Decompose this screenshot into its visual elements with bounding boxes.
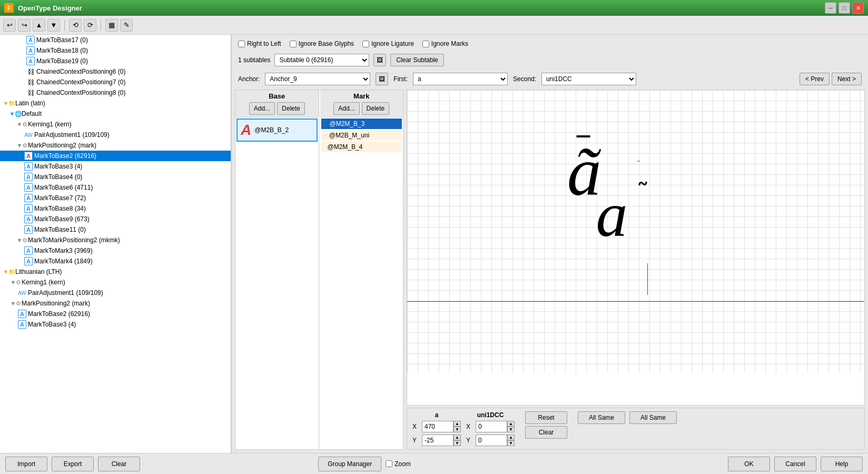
- close-button[interactable]: ✕: [852, 2, 864, 14]
- mark-y-up[interactable]: ▲: [507, 434, 515, 440]
- tree-item-marktobase4[interactable]: A MarkToBase4 (0): [0, 172, 231, 182]
- tree-item-lth-markpos2[interactable]: ▼⚙ MarkPositioning2 (mark): [0, 298, 231, 309]
- clear-subtable-button[interactable]: Clear Subtable: [390, 54, 443, 66]
- zoom-option[interactable]: Zoom: [386, 460, 411, 468]
- zoom-label: Zoom: [394, 460, 411, 468]
- base-y-down[interactable]: ▼: [453, 440, 461, 446]
- tree-item-markttomark3[interactable]: A MarkToMark3 (3969): [0, 245, 231, 256]
- tree-item-marktobase19[interactable]: A MarkToBase19 (0): [0, 56, 231, 66]
- mark-add-button[interactable]: Add...: [333, 102, 359, 115]
- right-to-left-checkbox[interactable]: [238, 41, 245, 47]
- right-to-left-option[interactable]: Right to Left: [238, 40, 281, 47]
- ignore-marks-option[interactable]: Ignore Marks: [422, 40, 468, 47]
- item-icon: A: [24, 257, 33, 265]
- tree-item-marktobase8[interactable]: A MarkToBase8 (34): [0, 203, 231, 214]
- up-button[interactable]: ▲: [33, 19, 45, 32]
- anchor-select[interactable]: Anchor_9: [265, 73, 370, 85]
- tree-item-marktobase7[interactable]: A MarkToBase7 (72): [0, 193, 231, 203]
- all-same-base-button[interactable]: All Same: [578, 411, 625, 424]
- tree-item-marktomarkpos2[interactable]: ▼⚙ MarkToMarkPositioning2 (mkmk): [0, 235, 231, 245]
- mark-y-input[interactable]: [476, 434, 507, 446]
- tree-item-chainedcontext6[interactable]: ⛓ ChainedContextPositioning6 (0): [0, 66, 231, 77]
- tree-item-lithuanian[interactable]: ▼📁 Lithuanian (LTH): [0, 266, 231, 277]
- help-button[interactable]: Help: [821, 457, 863, 471]
- tree-item-chainedcontext8[interactable]: ⛓ ChainedContextPositioning8 (0): [0, 87, 231, 98]
- mark-item-0[interactable]: ` @M2M_B_3: [321, 118, 402, 129]
- maximize-button[interactable]: □: [839, 2, 850, 14]
- icon-btn[interactable]: 🖼: [373, 54, 386, 66]
- base-x-input-wrap: ▲ ▼: [422, 421, 461, 432]
- mark-x-input[interactable]: [476, 421, 507, 432]
- folder-icon: ▼📁: [5, 268, 14, 276]
- ignore-marks-checkbox[interactable]: [422, 41, 429, 47]
- tree-item-marktobase18[interactable]: A MarkToBase18 (0): [0, 45, 231, 56]
- base-delete-button[interactable]: Delete: [277, 102, 305, 115]
- reset-button[interactable]: Reset: [525, 411, 567, 424]
- minimize-button[interactable]: ─: [825, 2, 836, 14]
- mark-x-down[interactable]: ▼: [507, 427, 515, 432]
- back-button[interactable]: ↩: [3, 19, 16, 32]
- subtable-select[interactable]: Subtable 0 (62916): [274, 54, 369, 66]
- all-same-mark-button[interactable]: All Same: [629, 411, 677, 424]
- group-manager-button[interactable]: Group Manager: [318, 457, 381, 471]
- tree-item-marktomark4[interactable]: A MarkToMark4 (1849): [0, 256, 231, 266]
- mark-item-2[interactable]: @M2M_B_4: [321, 142, 402, 152]
- prev-button[interactable]: < Prev: [800, 73, 830, 85]
- pencil-button[interactable]: ✎: [120, 19, 133, 32]
- base-x-input[interactable]: [422, 421, 453, 432]
- export-button[interactable]: Export: [52, 457, 94, 471]
- base-add-button[interactable]: Add...: [249, 102, 275, 115]
- mark-y-down[interactable]: ▼: [507, 440, 515, 446]
- tree-item-lth-kerning1[interactable]: ▼⚙ Kerning1 (kern): [0, 277, 231, 288]
- tree-item-label: ChainedContextPositioning7 (0): [36, 78, 125, 86]
- undo-button[interactable]: ⟲: [69, 19, 82, 32]
- chain-icon: ⛓: [26, 67, 35, 76]
- tree-item-marktobase17[interactable]: A MarkToBase17 (0): [0, 35, 231, 45]
- base-item[interactable]: A @M2B_B_2: [236, 118, 318, 142]
- tree-item-latin[interactable]: ▼📁 Latin (latn): [0, 98, 231, 108]
- tree-item-lth-marktobase2[interactable]: A MarkToBase2 (62916): [0, 309, 231, 319]
- tree-item-markpos2[interactable]: ▼⚙ MarkPositioning2 (mark): [0, 140, 231, 151]
- mark-delete-button[interactable]: Delete: [362, 102, 390, 115]
- base-x-down[interactable]: ▼: [453, 427, 461, 432]
- clear-button[interactable]: Clear: [525, 426, 567, 439]
- first-select[interactable]: a: [413, 73, 508, 85]
- second-select[interactable]: uni1DCC: [541, 73, 636, 85]
- tree-item-label: PairAdjustment1 (109/109): [34, 131, 110, 139]
- base-y-input[interactable]: [422, 434, 453, 446]
- tree-item-kerning1[interactable]: ▼⚙ Kerning1 (kern): [0, 119, 231, 130]
- cancel-button[interactable]: Cancel: [774, 457, 816, 471]
- down-button[interactable]: ▼: [47, 19, 60, 32]
- tree-item-marktobase9[interactable]: A MarkToBase9 (673): [0, 214, 231, 224]
- item-icon: A: [24, 194, 33, 202]
- item-icon: A: [24, 183, 33, 192]
- tree-item-marktobase6[interactable]: A MarkToBase6 (4711): [0, 182, 231, 193]
- mark-item-1[interactable]: · @M2B_M_uni: [321, 130, 402, 141]
- zoom-checkbox[interactable]: [386, 460, 392, 467]
- base-y-up[interactable]: ▲: [453, 434, 461, 440]
- grid-button[interactable]: ▦: [105, 19, 118, 32]
- forward-button[interactable]: ↪: [18, 19, 31, 32]
- tree-item-chainedcontext7[interactable]: ⛓ ChainedContextPositioning7 (0): [0, 77, 231, 87]
- anchor-icon-btn[interactable]: 🖼: [376, 73, 388, 85]
- tree-item-pairadj1[interactable]: AW PairAdjustment1 (109/109): [0, 130, 231, 140]
- ignore-ligature-checkbox[interactable]: [362, 41, 369, 47]
- tree-item-lth-marktobase3[interactable]: A MarkToBase3 (4): [0, 319, 231, 330]
- ignore-base-glyphs-checkbox[interactable]: [290, 41, 297, 47]
- tree-item-marktobase3[interactable]: A MarkToBase3 (4): [0, 161, 231, 172]
- ignore-ligature-option[interactable]: Ignore Ligature: [362, 40, 414, 47]
- mark-x-up[interactable]: ▲: [507, 421, 515, 427]
- ignore-base-glyphs-option[interactable]: Ignore Base Glyphs: [290, 40, 354, 47]
- tree-item-marktobase11[interactable]: A MarkToBase11 (0): [0, 224, 231, 235]
- next-button[interactable]: Next >: [832, 73, 862, 85]
- tree-item-lth-pairadj1[interactable]: AW PairAdjustment1 (109/109): [0, 288, 231, 298]
- redo-button[interactable]: ⟳: [84, 19, 96, 32]
- tree-item-label: Kerning1 (kern): [28, 121, 72, 128]
- import-button[interactable]: Import: [5, 457, 47, 471]
- base-x-up[interactable]: ▲: [453, 421, 461, 427]
- ok-button[interactable]: OK: [728, 457, 770, 471]
- base-column-header: Base Add... Delete: [235, 90, 319, 117]
- clear-left-button[interactable]: Clear: [98, 457, 140, 471]
- tree-item-default[interactable]: ▼🌐 Default: [0, 108, 231, 119]
- tree-item-marktobase2-selected[interactable]: A MarkToBase2 (62916): [0, 151, 231, 161]
